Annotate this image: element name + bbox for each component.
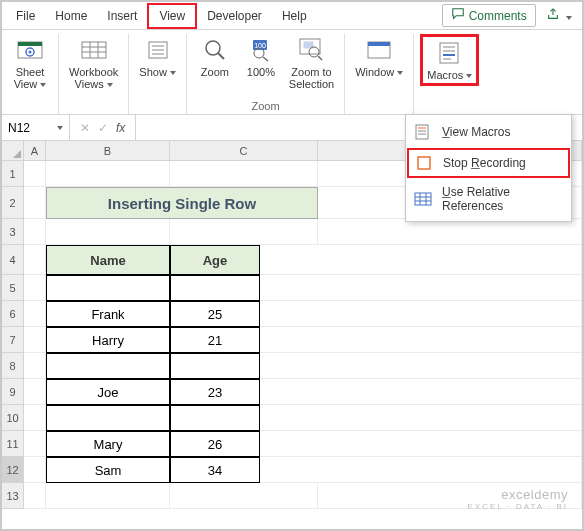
cell[interactable]: Frank bbox=[46, 301, 170, 327]
cell[interactable] bbox=[24, 483, 46, 509]
cell[interactable] bbox=[260, 353, 582, 379]
col-header-a[interactable]: A bbox=[24, 141, 46, 161]
cell[interactable] bbox=[318, 219, 582, 245]
svg-point-13 bbox=[206, 41, 220, 55]
cell[interactable]: 34 bbox=[170, 457, 260, 483]
window-button[interactable]: Window bbox=[351, 34, 407, 80]
header-age[interactable]: Age bbox=[170, 245, 260, 275]
cell[interactable] bbox=[24, 457, 46, 483]
cell[interactable] bbox=[24, 405, 46, 431]
menu-view-macros[interactable]: View Macros bbox=[406, 117, 571, 147]
svg-line-14 bbox=[218, 53, 224, 59]
workbook-views-button[interactable]: Workbook Views bbox=[65, 34, 122, 92]
row-header[interactable]: 12 bbox=[2, 457, 24, 483]
cell[interactable] bbox=[46, 353, 170, 379]
cell[interactable]: 26 bbox=[170, 431, 260, 457]
cell[interactable] bbox=[46, 219, 170, 245]
cell[interactable] bbox=[24, 353, 46, 379]
macros-button[interactable]: Macros bbox=[420, 34, 479, 86]
header-name[interactable]: Name bbox=[46, 245, 170, 275]
tab-file[interactable]: File bbox=[6, 5, 45, 27]
row-header[interactable]: 6 bbox=[2, 301, 24, 327]
cell[interactable] bbox=[170, 483, 318, 509]
cell[interactable] bbox=[170, 161, 318, 187]
macros-label: Macros bbox=[427, 69, 472, 81]
cell[interactable] bbox=[260, 301, 582, 327]
tab-view[interactable]: View bbox=[147, 3, 197, 29]
cell[interactable] bbox=[24, 275, 46, 301]
tab-developer[interactable]: Developer bbox=[197, 5, 272, 27]
cell[interactable]: Harry bbox=[46, 327, 170, 353]
svg-rect-30 bbox=[416, 125, 428, 139]
zoom-group-label: Zoom bbox=[251, 98, 279, 112]
cell[interactable]: 23 bbox=[170, 379, 260, 405]
fx-icon[interactable]: fx bbox=[116, 121, 125, 135]
cell[interactable] bbox=[260, 457, 582, 483]
cell[interactable] bbox=[24, 187, 46, 219]
cell[interactable] bbox=[170, 353, 260, 379]
cell[interactable] bbox=[24, 327, 46, 353]
menu-view-macros-label: View Macros bbox=[442, 125, 510, 139]
select-all-corner[interactable] bbox=[2, 141, 24, 161]
cell[interactable] bbox=[260, 245, 582, 275]
cancel-formula-icon[interactable]: ✕ bbox=[80, 121, 90, 135]
row-header[interactable]: 11 bbox=[2, 431, 24, 457]
row-header[interactable]: 7 bbox=[2, 327, 24, 353]
cell[interactable] bbox=[260, 405, 582, 431]
cell[interactable] bbox=[260, 431, 582, 457]
show-label: Show bbox=[139, 66, 176, 78]
row-header[interactable]: 2 bbox=[2, 187, 24, 219]
zoom-100-button[interactable]: 100 100% bbox=[239, 34, 283, 80]
cell[interactable] bbox=[24, 431, 46, 457]
col-header-b[interactable]: B bbox=[46, 141, 170, 161]
show-button[interactable]: Show bbox=[135, 34, 180, 80]
row-header[interactable]: 4 bbox=[2, 245, 24, 275]
row-header[interactable]: 3 bbox=[2, 219, 24, 245]
cell[interactable] bbox=[46, 405, 170, 431]
cell[interactable]: Mary bbox=[46, 431, 170, 457]
cell[interactable] bbox=[24, 161, 46, 187]
tab-help[interactable]: Help bbox=[272, 5, 317, 27]
cell[interactable]: Sam bbox=[46, 457, 170, 483]
cell[interactable] bbox=[260, 275, 582, 301]
cell[interactable] bbox=[24, 379, 46, 405]
zoom-label: Zoom bbox=[201, 66, 229, 78]
row-header[interactable]: 5 bbox=[2, 275, 24, 301]
cell[interactable] bbox=[170, 275, 260, 301]
cell[interactable] bbox=[170, 405, 260, 431]
zoom-button[interactable]: Zoom bbox=[193, 34, 237, 80]
name-box-value: N12 bbox=[8, 121, 30, 135]
menu-use-relative[interactable]: Use Relative References bbox=[406, 179, 571, 219]
row-header[interactable]: 8 bbox=[2, 353, 24, 379]
cell[interactable] bbox=[46, 275, 170, 301]
cell[interactable] bbox=[24, 219, 46, 245]
cell[interactable] bbox=[260, 379, 582, 405]
cell[interactable] bbox=[170, 219, 318, 245]
title-cell[interactable]: Inserting Single Row bbox=[46, 187, 318, 219]
menu-use-relative-label: Use Relative References bbox=[442, 185, 563, 213]
cell[interactable] bbox=[46, 161, 170, 187]
svg-line-18 bbox=[263, 57, 268, 61]
sheet-view-button[interactable]: Sheet View bbox=[8, 34, 52, 92]
tab-home[interactable]: Home bbox=[45, 5, 97, 27]
cell[interactable]: 25 bbox=[170, 301, 260, 327]
enter-formula-icon[interactable]: ✓ bbox=[98, 121, 108, 135]
row-header[interactable]: 13 bbox=[2, 483, 24, 509]
zoom-selection-button[interactable]: Zoom to Selection bbox=[285, 34, 338, 92]
share-button[interactable] bbox=[540, 5, 578, 26]
name-box[interactable]: N12 bbox=[2, 115, 70, 140]
cell[interactable]: Joe bbox=[46, 379, 170, 405]
cell[interactable]: 21 bbox=[170, 327, 260, 353]
col-header-c[interactable]: C bbox=[170, 141, 318, 161]
cell[interactable] bbox=[46, 483, 170, 509]
comments-button[interactable]: Comments bbox=[442, 4, 536, 27]
cell[interactable] bbox=[24, 301, 46, 327]
tab-insert[interactable]: Insert bbox=[97, 5, 147, 27]
row-header[interactable]: 1 bbox=[2, 161, 24, 187]
cell[interactable] bbox=[260, 327, 582, 353]
menu-stop-recording[interactable]: Stop Recording bbox=[407, 148, 570, 178]
cell[interactable] bbox=[318, 483, 582, 509]
row-header[interactable]: 10 bbox=[2, 405, 24, 431]
row-header[interactable]: 9 bbox=[2, 379, 24, 405]
cell[interactable] bbox=[24, 245, 46, 275]
